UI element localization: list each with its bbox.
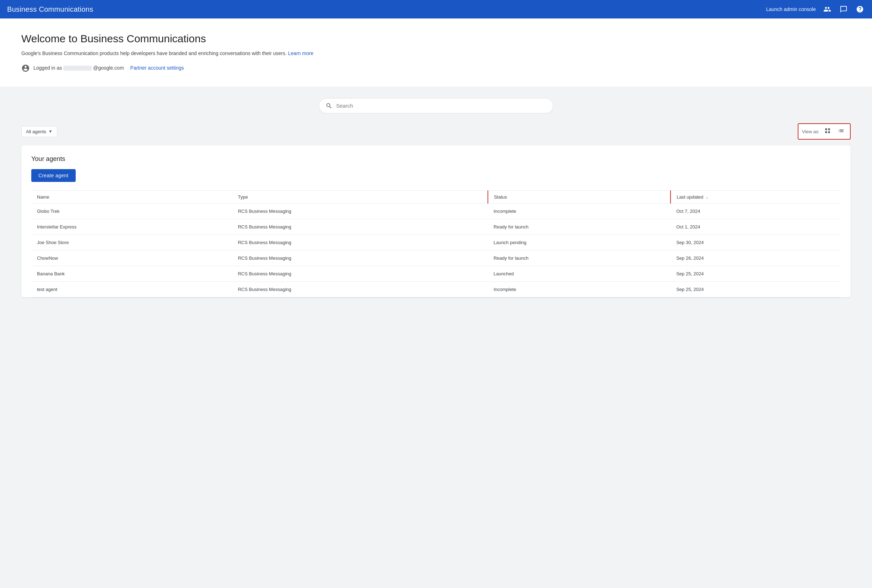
agent-status-cell: Ready for launch <box>488 250 671 266</box>
agent-type-cell: RCS Business Messaging <box>232 282 488 297</box>
agent-name-cell: ChowNow <box>31 250 232 266</box>
agent-status-cell: Incomplete <box>488 204 671 219</box>
agents-panel-title: Your agents <box>31 155 841 163</box>
logged-in-text: Logged in as @google.com <box>33 65 124 71</box>
dropdown-arrow-icon: ▼ <box>48 129 53 134</box>
agent-date-cell: Sep 30, 2024 <box>671 235 841 250</box>
filter-row: All agents ▼ View as: <box>21 123 851 140</box>
list-view-button[interactable] <box>836 126 846 137</box>
agent-type-cell: RCS Business Messaging <box>232 266 488 282</box>
search-container <box>21 98 851 113</box>
search-box <box>319 98 553 113</box>
col-header-last-updated: Last updated ↓ <box>671 191 841 204</box>
table-row[interactable]: Banana BankRCS Business MessagingLaunche… <box>31 266 841 282</box>
welcome-title: Welcome to Business Communications <box>21 33 851 45</box>
agent-name-cell: Interstellar Express <box>31 219 232 235</box>
table-row[interactable]: Joe Shoe StoreRCS Business MessagingLaun… <box>31 235 841 250</box>
grid-view-button[interactable] <box>822 126 833 137</box>
agent-status-cell: Ready for launch <box>488 219 671 235</box>
learn-more-link[interactable]: Learn more <box>288 51 314 56</box>
col-header-type: Type <box>232 191 488 204</box>
search-icon <box>326 102 333 110</box>
agent-name-cell: Globo Trek <box>31 204 232 219</box>
agent-date-cell: Sep 25, 2024 <box>671 266 841 282</box>
table-row[interactable]: test agentRCS Business MessagingIncomple… <box>31 282 841 297</box>
people-icon[interactable] <box>822 4 832 14</box>
email-blurred <box>63 66 92 71</box>
table-header: Name Type Status Last updated ↓ <box>31 191 841 204</box>
sort-arrow-icon: ↓ <box>706 195 708 200</box>
partner-account-settings-link[interactable]: Partner account settings <box>131 65 184 71</box>
all-agents-dropdown[interactable]: All agents ▼ <box>21 126 57 137</box>
app-header: Business Communications Launch admin con… <box>0 0 872 18</box>
agent-status-cell: Launched <box>488 266 671 282</box>
launch-admin-link[interactable]: Launch admin console <box>766 6 816 12</box>
agent-status-cell: Launch pending <box>488 235 671 250</box>
agent-date-cell: Oct 1, 2024 <box>671 219 841 235</box>
app-title: Business Communications <box>7 5 93 14</box>
table-row[interactable]: Globo TrekRCS Business MessagingIncomple… <box>31 204 841 219</box>
agents-table: Name Type Status Last updated ↓ Globo Tr… <box>31 190 841 297</box>
agent-name-cell: Banana Bank <box>31 266 232 282</box>
header-right: Launch admin console <box>766 4 865 14</box>
view-as-label: View as: <box>802 129 819 134</box>
agents-panel: Your agents Create agent Name Type Statu… <box>21 145 851 297</box>
agent-name-cell: Joe Shoe Store <box>31 235 232 250</box>
table-row[interactable]: ChowNowRCS Business MessagingReady for l… <box>31 250 841 266</box>
table-row[interactable]: Interstellar ExpressRCS Business Messagi… <box>31 219 841 235</box>
account-icon <box>21 63 30 72</box>
help-icon[interactable] <box>855 4 865 14</box>
col-header-name: Name <box>31 191 232 204</box>
search-input[interactable] <box>336 103 546 109</box>
agent-date-cell: Sep 25, 2024 <box>671 282 841 297</box>
create-agent-button[interactable]: Create agent <box>31 169 76 182</box>
welcome-description: Google's Business Communication products… <box>21 51 851 56</box>
agent-date-cell: Sep 26, 2024 <box>671 250 841 266</box>
logged-in-row: Logged in as @google.com Partner account… <box>21 63 851 72</box>
view-as-container: View as: <box>798 123 851 140</box>
agent-type-cell: RCS Business Messaging <box>232 250 488 266</box>
welcome-section: Welcome to Business Communications Googl… <box>0 18 872 87</box>
agent-status-cell: Incomplete <box>488 282 671 297</box>
col-header-status: Status <box>488 191 671 204</box>
agents-tbody: Globo TrekRCS Business MessagingIncomple… <box>31 204 841 297</box>
agent-type-cell: RCS Business Messaging <box>232 204 488 219</box>
chat-icon[interactable] <box>839 4 848 14</box>
agent-name-cell: test agent <box>31 282 232 297</box>
main-content: All agents ▼ View as: Your agents Create… <box>0 87 872 309</box>
agent-date-cell: Oct 7, 2024 <box>671 204 841 219</box>
agent-type-cell: RCS Business Messaging <box>232 219 488 235</box>
agent-type-cell: RCS Business Messaging <box>232 235 488 250</box>
